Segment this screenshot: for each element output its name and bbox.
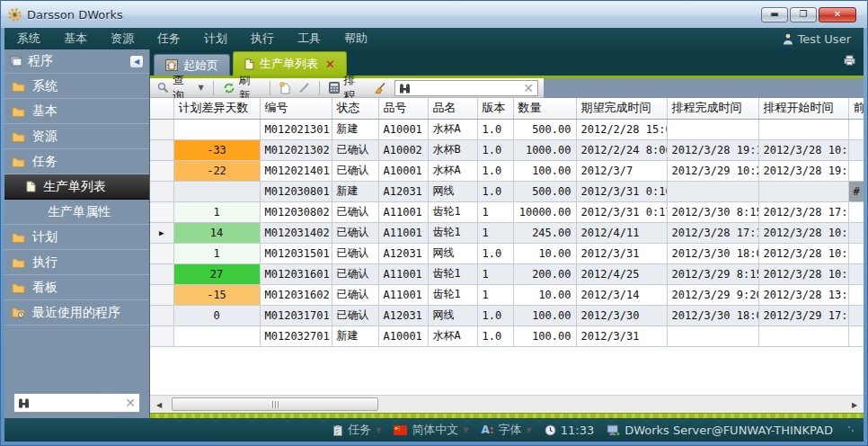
row-indicator-header bbox=[150, 98, 173, 119]
toolbar-search-clear-icon[interactable]: ✕ bbox=[523, 82, 534, 94]
sidebar: 程序 ◀ 系统 基本 资源 任务 生产单列表 bbox=[4, 49, 150, 418]
broom-icon bbox=[374, 82, 386, 94]
minimize-button[interactable]: ▬ bbox=[761, 7, 788, 22]
table-row[interactable]: M012030801 新建 A12031 网线 1.0 500.00 2012/… bbox=[150, 181, 864, 201]
sidebar-item-production-order-list[interactable]: 生产单列表 bbox=[4, 174, 149, 200]
menu-tools[interactable]: 工具 bbox=[297, 31, 321, 47]
toolbar: 查询 ▼ 刷新 bbox=[150, 78, 864, 98]
window-title: Darsson DWorks bbox=[27, 8, 123, 22]
sidebar-item-production-order-props[interactable]: 生产单属性 bbox=[4, 200, 149, 225]
horizontal-scrollbar[interactable]: ◀ ▶ bbox=[150, 395, 864, 413]
menu-bar: 系统 基本 资源 任务 计划 执行 工具 帮助 Test User bbox=[4, 28, 864, 49]
sidebar-header: 程序 ◀ bbox=[4, 49, 149, 74]
table-row[interactable]: M012021301 新建 A10001 水杯A 1.0 500.00 2012… bbox=[150, 119, 864, 139]
status-clock: 11:33 bbox=[545, 424, 594, 437]
title-bar: Darsson DWorks ▬ ❐ ✕ bbox=[1, 1, 867, 28]
new-document-icon bbox=[279, 82, 290, 94]
new-button[interactable] bbox=[278, 82, 292, 94]
font-icon: A: bbox=[481, 424, 493, 436]
col-due-time[interactable]: 期望完成时间 bbox=[576, 98, 667, 119]
table-row[interactable]: 1 M012031501 已确认 A12031 网线 1.0 10.00 201… bbox=[150, 243, 864, 263]
collapse-sidebar-button[interactable]: ◀ bbox=[129, 55, 144, 68]
menu-resource[interactable]: 资源 bbox=[111, 31, 134, 47]
col-item-name[interactable]: 品名 bbox=[428, 98, 477, 119]
close-button[interactable]: ✕ bbox=[819, 7, 856, 22]
production-order-grid: 计划差异天数 编号 状态 品号 品名 版本 数量 期望完成时间 排程完成时间 排… bbox=[150, 98, 864, 395]
app-gear-icon bbox=[8, 8, 22, 22]
menu-help[interactable]: 帮助 bbox=[344, 31, 368, 47]
col-version[interactable]: 版本 bbox=[477, 98, 513, 119]
restore-button[interactable]: ❐ bbox=[790, 7, 817, 22]
scroll-left-icon[interactable]: ◀ bbox=[152, 397, 166, 412]
resize-grip[interactable] bbox=[847, 425, 855, 434]
clean-button[interactable] bbox=[372, 82, 388, 94]
table-row[interactable]: 27 M012031601 已确认 A11001 齿轮1 1 200.00 20… bbox=[150, 263, 864, 284]
col-plan-diff-days[interactable]: 计划差异天数 bbox=[173, 98, 260, 119]
sidebar-search-clear-icon[interactable]: ✕ bbox=[125, 397, 136, 409]
sidebar-item-task[interactable]: 任务 bbox=[4, 149, 149, 174]
status-server[interactable]: DWorks Server@FUNWAY-THINKPAD bbox=[607, 424, 833, 437]
menu-task[interactable]: 任务 bbox=[157, 31, 181, 47]
scroll-right-icon[interactable]: ▶ bbox=[847, 397, 862, 412]
status-font-menu[interactable]: A: 字体 ▼ bbox=[481, 422, 531, 438]
calculator-icon bbox=[329, 82, 340, 94]
sidebar-search-input[interactable] bbox=[33, 397, 121, 409]
status-language-menu[interactable]: 简体中文 ▼ bbox=[394, 422, 468, 438]
sidebar-search-box: ✕ bbox=[13, 393, 140, 413]
folder-icon bbox=[12, 131, 25, 142]
menu-execute[interactable]: 执行 bbox=[251, 31, 274, 47]
tab-close-icon[interactable]: ✕ bbox=[325, 58, 335, 71]
table-row[interactable]: 0 M012031701 已确认 A12031 网线 1.0 100.00 20… bbox=[150, 305, 864, 326]
toolbar-divider bbox=[319, 81, 320, 95]
status-task-menu[interactable]: 任务 ▼ bbox=[332, 422, 381, 438]
sidebar-title: 程序 bbox=[28, 53, 53, 69]
user-icon bbox=[783, 33, 793, 45]
toolbar-filler bbox=[544, 78, 864, 98]
folder-icon bbox=[12, 257, 25, 268]
status-time: 11:33 bbox=[561, 424, 594, 437]
folder-clock-icon bbox=[12, 307, 25, 318]
sidebar-item-recent-programs[interactable]: 最近使用的程序 bbox=[4, 300, 149, 326]
col-item-no[interactable]: 品号 bbox=[378, 98, 428, 119]
sidebar-item-system[interactable]: 系统 bbox=[4, 74, 149, 99]
scrollbar-thumb[interactable] bbox=[172, 397, 378, 411]
sidebar-item-basic[interactable]: 基本 bbox=[4, 99, 149, 124]
toolbar-divider bbox=[213, 81, 214, 95]
sidebar-item-kanban[interactable]: 看板 bbox=[4, 275, 149, 300]
table-row[interactable]: -33 M012021302 已确认 A10002 水杯B 1.0 1000.0… bbox=[150, 139, 864, 160]
sidebar-item-plan[interactable]: 计划 bbox=[4, 225, 149, 250]
folder-icon bbox=[12, 81, 25, 92]
col-sched-end-time[interactable]: 排程完成时间 bbox=[667, 98, 758, 119]
col-status[interactable]: 状态 bbox=[332, 98, 378, 119]
menu-system[interactable]: 系统 bbox=[17, 31, 40, 47]
printer-icon[interactable] bbox=[843, 55, 856, 66]
sidebar-item-resource[interactable]: 资源 bbox=[4, 124, 149, 149]
folder-icon bbox=[12, 282, 25, 293]
col-qty[interactable]: 数量 bbox=[513, 98, 576, 119]
app-window: Darsson DWorks ▬ ❐ ✕ 系统 基本 资源 任务 计划 执行 工… bbox=[0, 0, 868, 446]
edit-button[interactable] bbox=[297, 82, 312, 94]
document-icon bbox=[244, 58, 254, 70]
table-row[interactable]: -22 M012021401 已确认 A10001 水杯A 1.0 100.00… bbox=[150, 160, 864, 181]
menu-plan[interactable]: 计划 bbox=[204, 31, 227, 47]
col-clipped[interactable]: 前 bbox=[848, 98, 864, 119]
table-row[interactable]: M012032701 新建 A10001 水杯A 1.0 100.00 2012… bbox=[150, 326, 864, 346]
col-sched-start-time[interactable]: 排程开始时间 bbox=[758, 98, 848, 119]
menu-basic[interactable]: 基本 bbox=[64, 31, 87, 47]
folder-icon bbox=[12, 156, 25, 167]
tab-bar: 起始页 生产单列表 ✕ bbox=[150, 49, 864, 76]
chevron-down-icon: ▼ bbox=[198, 84, 203, 92]
home-icon bbox=[165, 59, 178, 71]
col-order-no[interactable]: 编号 bbox=[260, 98, 332, 119]
magnifier-icon bbox=[157, 82, 169, 94]
folder-icon bbox=[12, 106, 25, 117]
user-area[interactable]: Test User bbox=[783, 32, 851, 46]
toolbar-search-input[interactable] bbox=[414, 82, 519, 94]
tab-production-order-list[interactable]: 生产单列表 ✕ bbox=[233, 51, 347, 76]
sidebar-item-execute[interactable]: 执行 bbox=[4, 250, 149, 275]
table-row[interactable]: -15 M012031602 已确认 A11001 齿轮1 1 10.00 20… bbox=[150, 284, 864, 305]
header-row: 计划差异天数 编号 状态 品号 品名 版本 数量 期望完成时间 排程完成时间 排… bbox=[150, 98, 864, 119]
table-row-current[interactable]: ▶ 14 M012031402 已确认 A11001 齿轮1 1 245.00 … bbox=[150, 222, 864, 243]
tab-home[interactable]: 起始页 bbox=[154, 54, 230, 76]
table-row[interactable]: 1 M012030802 已确认 A11001 齿轮1 1 10000.00 2… bbox=[150, 201, 864, 222]
